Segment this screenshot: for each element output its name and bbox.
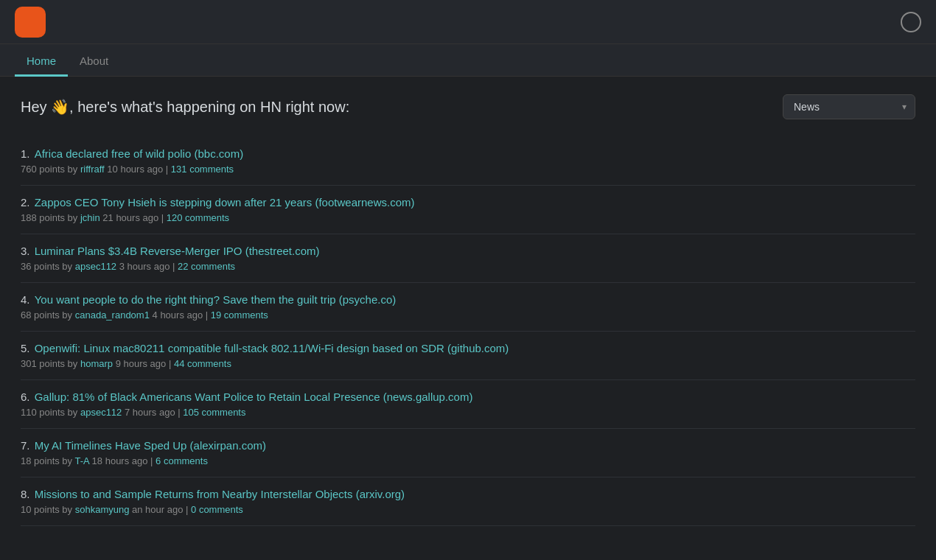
story-title-link[interactable]: You want people to do the right thing? S…: [35, 293, 397, 306]
story-author-link[interactable]: riffraff: [80, 164, 105, 175]
story-author-link[interactable]: apsec112: [80, 407, 122, 418]
story-title-link[interactable]: Luminar Plans $3.4B Reverse-Merger IPO (…: [35, 245, 320, 257]
story-title-line: 4. You want people to do the right thing…: [21, 293, 915, 306]
story-meta: 10 points by sohkamyung an hour ago | 0 …: [21, 504, 915, 515]
story-comments-link[interactable]: 44 comments: [174, 358, 231, 369]
story-title-line: 8. Missions to and Sample Returns from N…: [21, 488, 915, 500]
story-author-link[interactable]: jchin: [80, 212, 100, 223]
story-title-link[interactable]: Africa declared free of wild polio (bbc.…: [35, 147, 243, 160]
story-comments-link[interactable]: 131 comments: [171, 164, 234, 175]
story-title-link[interactable]: My AI Timelines Have Sped Up (alexirpan.…: [35, 439, 266, 452]
story-comments-link[interactable]: 105 comments: [183, 407, 245, 418]
story-title-line: 7. My AI Timelines Have Sped Up (alexirp…: [21, 439, 915, 452]
main-content: Hey 👋, here's what's happening on HN rig…: [0, 77, 936, 544]
story-title-link[interactable]: Gallup: 81% of Black Americans Want Poli…: [35, 391, 473, 403]
story-item: 4. You want people to do the right thing…: [21, 283, 915, 332]
story-number: 5.: [21, 342, 33, 354]
story-comments-link[interactable]: 6 comments: [156, 455, 208, 466]
story-number: 4.: [21, 293, 33, 306]
story-author-link[interactable]: sohkamyung: [75, 504, 130, 515]
story-title-link[interactable]: Openwifi: Linux mac80211 compatible full…: [35, 342, 509, 354]
story-list: 1. Africa declared free of wild polio (b…: [21, 137, 915, 526]
heading-row: Hey 👋, here's what's happening on HN rig…: [21, 94, 915, 119]
story-item: 3. Luminar Plans $3.4B Reverse-Merger IP…: [21, 234, 915, 283]
story-title-link[interactable]: Missions to and Sample Returns from Near…: [35, 488, 405, 500]
page-heading: Hey 👋, here's what's happening on HN rig…: [21, 98, 349, 116]
story-meta: 760 points by riffraff 10 hours ago | 13…: [21, 164, 915, 175]
story-meta: 68 points by canada_random1 4 hours ago …: [21, 309, 915, 321]
story-title-line: 2. Zappos CEO Tony Hsieh is stepping dow…: [21, 196, 915, 209]
story-comments-link[interactable]: 19 comments: [211, 309, 268, 321]
story-title-line: 1. Africa declared free of wild polio (b…: [21, 147, 915, 160]
story-title-line: 5. Openwifi: Linux mac80211 compatible f…: [21, 342, 915, 354]
story-meta: 301 points by homarp 9 hours ago | 44 co…: [21, 358, 915, 369]
story-number: 3.: [21, 245, 33, 257]
story-title-line: 6. Gallup: 81% of Black Americans Want P…: [21, 391, 915, 403]
story-item: 5. Openwifi: Linux mac80211 compatible f…: [21, 332, 915, 380]
story-number: 1.: [21, 147, 33, 160]
info-button[interactable]: [901, 12, 921, 32]
story-author-link[interactable]: canada_random1: [75, 309, 150, 321]
app-header: [0, 0, 936, 44]
story-meta: 110 points by apsec112 7 hours ago | 105…: [21, 407, 915, 418]
story-number: 6.: [21, 391, 33, 403]
story-title-link[interactable]: Zappos CEO Tony Hsieh is stepping down a…: [35, 196, 415, 209]
story-item: 6. Gallup: 81% of Black Americans Want P…: [21, 380, 915, 429]
category-dropdown[interactable]: News Ask Show Jobs: [783, 94, 915, 119]
story-item: 8. Missions to and Sample Returns from N…: [21, 477, 915, 526]
story-item: 2. Zappos CEO Tony Hsieh is stepping dow…: [21, 186, 915, 234]
story-comments-link[interactable]: 120 comments: [167, 212, 229, 223]
category-dropdown-wrapper: News Ask Show Jobs ▾: [783, 94, 915, 119]
story-author-link[interactable]: T-A: [74, 455, 89, 466]
story-comments-link[interactable]: 0 comments: [191, 504, 243, 515]
tab-about[interactable]: About: [68, 47, 120, 77]
tab-home[interactable]: Home: [15, 47, 68, 77]
app-logo: [15, 7, 46, 38]
story-meta: 36 points by apsec112 3 hours ago | 22 c…: [21, 261, 915, 272]
story-meta: 188 points by jchin 21 hours ago | 120 c…: [21, 212, 915, 223]
story-title-line: 3. Luminar Plans $3.4B Reverse-Merger IP…: [21, 245, 915, 257]
story-author-link[interactable]: apsec112: [75, 261, 116, 272]
story-number: 7.: [21, 439, 33, 452]
story-meta: 18 points by T-A 18 hours ago | 6 commen…: [21, 455, 915, 466]
header-left: [15, 7, 63, 38]
story-author-link[interactable]: homarp: [80, 358, 113, 369]
story-comments-link[interactable]: 22 comments: [178, 261, 235, 272]
story-number: 2.: [21, 196, 33, 209]
story-item: 7. My AI Timelines Have Sped Up (alexirp…: [21, 429, 915, 477]
story-number: 8.: [21, 488, 33, 500]
story-item: 1. Africa declared free of wild polio (b…: [21, 137, 915, 186]
nav-tabs: HomeAbout: [0, 44, 936, 77]
